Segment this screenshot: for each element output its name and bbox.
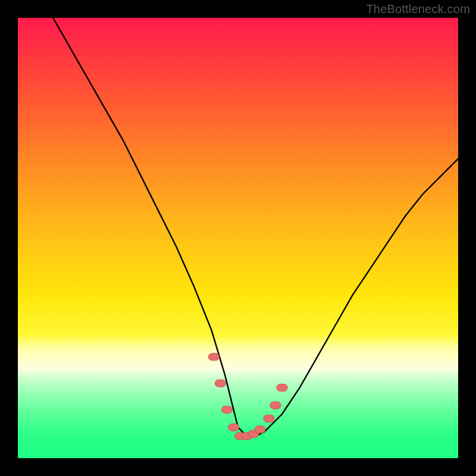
highlight-marker bbox=[277, 384, 287, 392]
chart-container: TheBottleneck.com bbox=[0, 0, 476, 476]
highlight-marker bbox=[228, 424, 239, 431]
curve-layer bbox=[18, 18, 458, 458]
highlight-marker bbox=[208, 353, 219, 361]
plot-area bbox=[18, 18, 458, 458]
highlight-marker bbox=[264, 415, 274, 422]
bottleneck-curve bbox=[53, 18, 458, 436]
highlight-marker bbox=[270, 402, 281, 409]
highlight-marker bbox=[215, 380, 226, 387]
highlight-marker bbox=[255, 426, 265, 433]
watermark-text: TheBottleneck.com bbox=[366, 2, 470, 16]
highlight-markers bbox=[208, 353, 287, 440]
highlight-marker bbox=[222, 406, 233, 414]
